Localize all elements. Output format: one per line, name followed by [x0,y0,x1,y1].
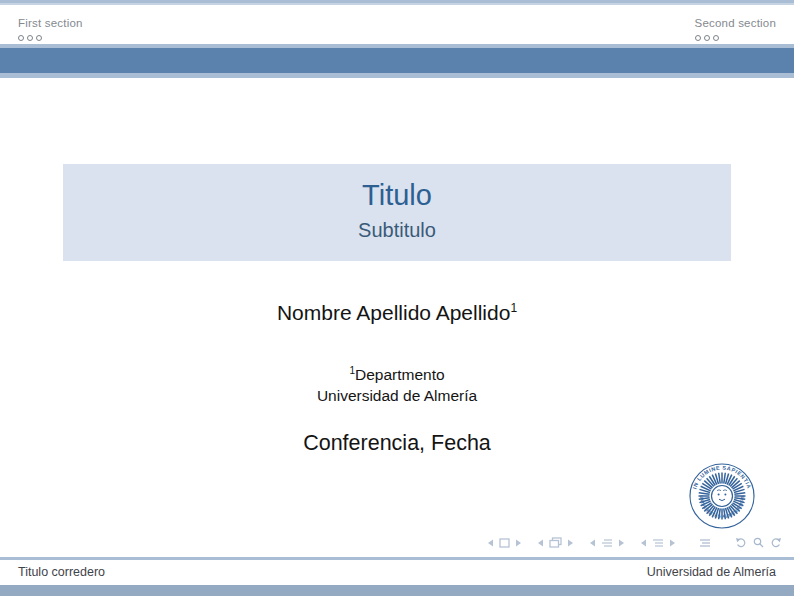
slide-dot[interactable] [36,35,42,41]
redo-icon[interactable] [770,537,782,548]
footer-short-title: Titulo corredero [18,565,105,579]
next-frame-icon[interactable] [567,538,575,548]
slide-dot[interactable] [695,35,701,41]
undo-icon[interactable] [735,537,747,548]
institute-department-line: 1Departmento [0,360,794,385]
footer-institution: Universidad de Almería [647,565,776,579]
institute-block: 1Departmento Universidad de Almería [0,360,794,406]
slide-dot[interactable] [704,35,710,41]
institute-university: Universidad de Almería [0,385,794,406]
author-line: Nombre Apellido Apellido1 [0,301,794,325]
next-subsection-icon[interactable] [618,538,626,548]
slide-dot[interactable] [18,35,24,41]
university-seal-logo: IN LUMINE SAPIENTIA UNIVERSITAS ALMERIEN… [688,462,756,530]
bottom-bar [0,585,794,596]
prev-section-icon[interactable] [639,538,647,548]
slide-dots-second[interactable] [695,35,776,41]
next-slide-icon[interactable] [515,538,523,548]
conference-date: Conferencia, Fecha [0,431,794,456]
seal-center-disc [712,486,733,507]
frames-icon[interactable] [549,537,562,548]
prev-subsection-icon[interactable] [588,538,596,548]
section-nav-first[interactable]: First section [18,13,83,41]
author-footnote-mark: 1 [510,301,517,315]
slide-dot[interactable] [27,35,33,41]
next-section-icon[interactable] [669,538,677,548]
prev-slide-icon[interactable] [486,538,494,548]
nav-subsection-group [588,538,626,548]
prev-frame-icon[interactable] [536,538,544,548]
section-label-second[interactable]: Second section [695,17,776,29]
nav-tools-group [735,537,782,548]
nav-document-group [699,538,711,548]
section-header: First section Second section [0,5,794,44]
nav-slide-group [486,538,523,548]
search-icon[interactable] [753,537,764,548]
beamer-navigation-bar [473,537,782,548]
section-nav-second[interactable]: Second section [695,13,776,41]
header-bar [0,44,794,78]
slide-dot[interactable] [713,35,719,41]
footer: Titulo corredero Universidad de Almería [0,560,794,585]
section-label-first[interactable]: First section [18,17,83,29]
title-box: Titulo Subtitulo [63,164,731,261]
document-end-icon[interactable] [699,538,711,548]
slide-subtitle: Subtitulo [63,217,731,244]
author-name: Nombre Apellido Apellido [277,301,510,324]
section-list-icon[interactable] [652,538,664,548]
subsection-list-icon[interactable] [601,538,613,548]
slide-title: Titulo [63,177,731,213]
slide-dots-first[interactable] [18,35,83,41]
institute-department: Departmento [355,366,445,383]
nav-frame-group [536,537,575,548]
slide-frame-icon[interactable] [499,538,510,548]
nav-section-group [639,538,677,548]
